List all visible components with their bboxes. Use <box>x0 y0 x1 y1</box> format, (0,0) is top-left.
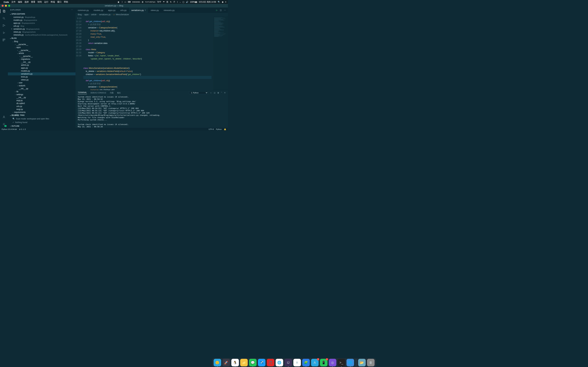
close-panel-icon[interactable]: ✕ <box>224 92 225 94</box>
maximize-panel-icon[interactable]: ˄ <box>221 92 222 94</box>
close-tab-icon[interactable]: × <box>145 9 146 11</box>
menu-edit[interactable]: 编辑 <box>18 0 22 3</box>
folder-item[interactable]: ⌄Blog <box>8 40 76 43</box>
siri-icon[interactable]: ◉ <box>222 1 224 3</box>
file-item[interactable]: __init__.py <box>8 61 76 64</box>
volume-icon[interactable]: 🔊 <box>186 1 188 3</box>
control-center-icon[interactable]: ≡ <box>225 1 226 3</box>
bluetooth-icon[interactable]: ᚼ <box>177 1 178 3</box>
terminal-tab[interactable]: TERMINAL <box>78 92 87 94</box>
close-editor-icon[interactable]: × <box>11 28 13 30</box>
scan-mode-row[interactable]: 🔍Scan mode: workspace and open files <box>8 117 76 121</box>
folder-item[interactable]: ›migrations <box>8 58 76 61</box>
spotlight-icon[interactable]: 🔍 <box>218 1 220 3</box>
menu-run[interactable]: 运行 <box>44 0 48 3</box>
menu-go[interactable]: 转到 <box>38 0 42 3</box>
notifications-icon[interactable]: 🔔 <box>224 128 226 130</box>
output-tab[interactable]: 输出 <box>117 92 121 94</box>
terminal-output[interactable]: System check identified no issues (0 sil… <box>76 95 228 128</box>
airplay-icon[interactable]: ▢ <box>182 1 184 3</box>
more-actions-icon[interactable]: ⋯ <box>224 9 226 11</box>
open-editor-item[interactable]: ×serializers.pyBlog/apps/article <box>8 27 76 31</box>
folder-item[interactable]: ›__pycache__ <box>8 55 76 58</box>
file-item[interactable]: wsgi.py <box>8 108 76 111</box>
editor-tab[interactable]: views.py <box>148 8 161 13</box>
folder-item[interactable]: ⌄article <box>8 52 76 55</box>
datetime[interactable]: 5月13日 周四 14:56 <box>199 1 216 3</box>
folder-item[interactable]: ›__pycache__ <box>8 43 76 46</box>
folder-item[interactable]: ›user <box>8 81 76 84</box>
window-maximize[interactable] <box>8 5 10 7</box>
editor-tab[interactable]: serializers.py× <box>129 8 148 13</box>
folder-item[interactable]: ›lib <box>8 90 76 93</box>
menu-selection[interactable]: 选择 <box>25 0 29 3</box>
language-mode[interactable]: Python <box>216 128 222 130</box>
menu-file[interactable]: 文件 <box>11 0 16 3</box>
editor-tab[interactable]: common.py <box>76 8 91 13</box>
run-debug-icon[interactable] <box>2 31 6 35</box>
terminal-selector[interactable]: 1: Python <box>189 91 208 94</box>
file-item[interactable]: tests.py <box>8 75 76 78</box>
split-terminal-icon[interactable]: ◫ <box>214 92 216 94</box>
accounts-icon[interactable] <box>2 115 6 119</box>
file-item[interactable]: serializers.py <box>8 72 76 75</box>
open-editor-item[interactable]: ×apps.pyBlog/apps/article <box>8 22 76 25</box>
battery[interactable]: 100% ▮▮ <box>190 1 197 3</box>
file-item[interactable]: __init__.py <box>8 87 76 90</box>
file-item[interactable]: db.sqlite3 <box>8 102 76 105</box>
open-editors-header[interactable]: ⌄OPEN EDITORS <box>8 12 76 16</box>
dnd-icon[interactable]: ☽ <box>121 1 123 3</box>
app-menu[interactable]: Code <box>4 1 9 3</box>
menu-view[interactable]: 查看 <box>31 0 35 3</box>
file-item[interactable]: __init__.py <box>8 96 76 99</box>
kill-terminal-icon[interactable]: 🗑 <box>217 92 219 94</box>
split-editor-icon[interactable]: ◫ <box>220 9 222 11</box>
todo-tree-header[interactable]: ⌄待办事项: TREE <box>8 113 76 117</box>
search-view-icon[interactable] <box>2 17 6 20</box>
settings-gear-icon[interactable] <box>2 122 6 126</box>
file-item[interactable]: apps.py <box>8 67 76 69</box>
umbrella-icon[interactable]: ☂ <box>163 1 165 3</box>
istats-icon[interactable]: ⊞ <box>142 1 143 3</box>
editor-tab[interactable]: models.py <box>91 8 106 13</box>
debug-console-tab[interactable]: DEBUG CONSOLE <box>91 92 106 94</box>
breadcrumb[interactable]: Blog› apps› article› serializers.py› ⬭ M… <box>76 13 228 17</box>
record-icon[interactable]: ◉ <box>118 1 119 3</box>
keyboard-icon[interactable]: ⌨ <box>128 1 130 3</box>
file-item[interactable]: admin.py <box>8 64 76 67</box>
run-python-icon[interactable]: ▷ <box>216 9 217 11</box>
open-editor-item[interactable]: ×models.pyBlog/apps/article <box>8 19 76 22</box>
editor-tab[interactable]: apps.py <box>106 8 118 13</box>
sync-icon[interactable]: ↻ <box>170 1 172 3</box>
menu-help[interactable]: 帮助 <box>64 0 68 3</box>
new-terminal-icon[interactable]: ＋ <box>210 92 212 94</box>
minimap[interactable] <box>213 17 228 90</box>
open-editor-item[interactable]: ×urls.pyBlog <box>8 25 76 27</box>
weather[interactable]: 70°F <box>157 1 161 3</box>
wifi-icon[interactable]: ⌵ <box>180 1 181 3</box>
sidebar-more-icon[interactable]: ⋯ <box>71 9 73 11</box>
extensions-icon[interactable] <box>2 38 6 42</box>
file-item[interactable]: asgi.py <box>8 99 76 102</box>
file-item[interactable]: urls.py <box>8 105 76 108</box>
folder-item[interactable]: ›settings <box>8 93 76 96</box>
display-icon[interactable]: ▭ <box>124 1 126 3</box>
folder-item[interactable]: ›visitorfc <box>8 84 76 87</box>
menu-terminal[interactable]: 终端 <box>51 0 55 3</box>
ime-indicator[interactable]: 英 <box>166 1 168 3</box>
editor-tab[interactable]: urls.py <box>118 8 129 13</box>
open-editor-item[interactable]: ×common.pyBlog/settings <box>8 16 76 19</box>
window-minimize[interactable] <box>5 5 7 7</box>
encoding-status[interactable]: UTF-8 <box>209 128 214 130</box>
blog-folder-header[interactable]: ⌄BLOG <box>8 36 76 40</box>
outline-header[interactable]: ›OUTLINE <box>8 124 76 128</box>
code-editor[interactable]: 9 10 11 12 13 14 15 16 17 18 19 20 21 22… <box>76 17 228 90</box>
open-editor-item[interactable]: ×viewsets.py/usr/local/lib/python3.9/sit… <box>8 33 76 36</box>
folder-item[interactable]: ›__pycache__ <box>8 49 76 52</box>
file-item[interactable]: views.py <box>8 78 76 81</box>
folder-item[interactable]: ›requirements <box>8 111 76 113</box>
window-close[interactable] <box>2 5 4 7</box>
explorer-view-icon[interactable] <box>0 9 8 13</box>
clock-icon[interactable]: ⏱ <box>173 1 175 3</box>
file-item[interactable]: models.py <box>8 69 76 72</box>
